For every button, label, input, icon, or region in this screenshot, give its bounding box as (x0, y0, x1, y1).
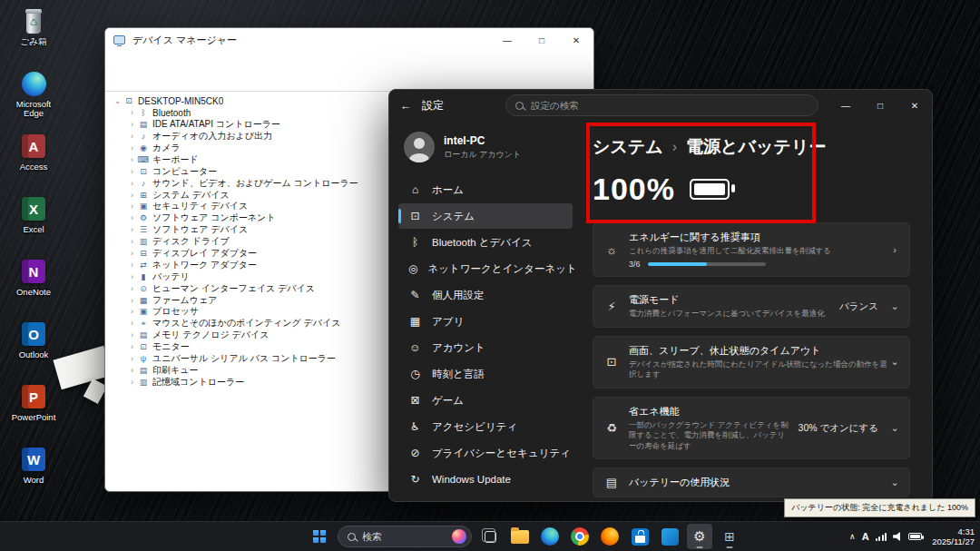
clock[interactable]: 4:31 2025/11/27 (932, 526, 975, 547)
settings-search-box[interactable] (505, 94, 818, 116)
desktop-icon-access[interactable]: A Access (5, 131, 62, 189)
expand-arrow-icon[interactable] (127, 202, 137, 211)
expand-arrow-icon[interactable] (127, 354, 137, 363)
desktop-icon-word[interactable]: W Word (5, 444, 62, 502)
desktop-icon-recycle-bin[interactable]: ♺ ごみ箱 (5, 5, 62, 64)
desktop-icon-edge[interactable]: Microsoft Edge (5, 68, 62, 126)
expand-arrow-icon[interactable] (127, 132, 137, 141)
taskbar-app[interactable] (627, 524, 652, 549)
maximize-button[interactable]: □ (524, 28, 559, 52)
accessibility-icon: ♿ (408, 420, 422, 433)
card-value[interactable]: 30% でオンにする (799, 422, 878, 435)
taskbar-app[interactable] (507, 524, 533, 549)
card-subtitle: 電力消費とパフォーマンスに基づいてデバイスを最適化 (629, 309, 832, 319)
hidden-icons-chevron-icon[interactable]: ∧ (849, 532, 856, 541)
breadcrumb-parent[interactable]: システム (593, 135, 663, 159)
expand-arrow-icon[interactable] (127, 284, 137, 293)
desktop-icon-column: ♺ ごみ箱 Microsoft Edge A Access X Excel N … (5, 5, 62, 507)
window-title: デバイス マネージャー (132, 34, 490, 47)
expand-arrow-icon[interactable] (127, 108, 137, 117)
expand-arrow-icon[interactable] (127, 330, 137, 339)
settings-nav-item[interactable]: ⊡ システム (398, 203, 573, 229)
taskbar-app[interactable]: ⊞ (717, 524, 742, 549)
collapse-arrow-icon[interactable] (113, 96, 122, 105)
expand-arrow-icon[interactable] (127, 143, 137, 153)
settings-nav-item[interactable]: ⊠ ゲーム (398, 388, 573, 413)
onenote-icon: N (22, 260, 45, 283)
print-queue-icon: ▤ (137, 366, 150, 375)
taskbar-search[interactable]: 検索 (338, 526, 472, 547)
expand-arrow-icon[interactable] (127, 225, 137, 234)
close-button[interactable]: ✕ (897, 90, 932, 121)
close-button[interactable]: ✕ (559, 28, 593, 52)
settings-card[interactable]: ☼ エネルギーに関する推奨事項 これらの推奨事項を適用して二酸化炭素排出量を削減… (593, 222, 910, 277)
desktop-icon-excel[interactable]: X Excel (5, 193, 62, 251)
settings-nav-item[interactable]: ⌂ ホーム (398, 177, 573, 202)
expand-arrow-icon[interactable] (127, 237, 137, 246)
expand-arrow-icon[interactable] (127, 378, 137, 387)
expand-arrow-icon[interactable] (127, 120, 137, 129)
taskbar-app[interactable] (477, 524, 503, 549)
taskbar-app[interactable] (657, 524, 682, 549)
expand-arrow-icon[interactable] (127, 213, 137, 222)
expand-arrow-icon[interactable] (127, 342, 137, 351)
device-category-label: ネットワーク アダプター (152, 259, 257, 271)
expand-arrow-icon[interactable] (127, 261, 137, 270)
minimize-button[interactable]: — (490, 28, 524, 52)
expand-arrow-icon[interactable] (127, 319, 137, 328)
battery-tray-icon[interactable] (908, 533, 922, 540)
device-manager-titlebar[interactable]: デバイス マネージャー — □ ✕ (105, 28, 593, 52)
settings-nav-item[interactable]: ☺ アカウント (398, 335, 573, 360)
volume-icon[interactable] (893, 532, 902, 541)
expand-arrow-icon[interactable] (127, 366, 137, 375)
expand-arrow-icon[interactable] (127, 179, 137, 188)
device-category-label: 記憶域コントローラー (152, 376, 244, 389)
expand-arrow-icon[interactable] (127, 167, 137, 176)
expand-arrow-icon[interactable] (127, 249, 137, 258)
expand-arrow-icon[interactable] (127, 307, 137, 316)
settings-nav-item[interactable]: ↻ Windows Update (398, 467, 573, 492)
taskbar-app[interactable] (597, 524, 622, 549)
desktop-icon-label: OneNote (16, 288, 51, 297)
sound-icon: ♪ (137, 179, 150, 188)
settings-card[interactable]: ♻ 省エネ機能 一部のバックグラウンド アクティビティを制限することで、電力消費… (593, 397, 910, 459)
start-button[interactable] (307, 524, 332, 549)
settings-search-input[interactable] (531, 100, 808, 111)
taskbar-app[interactable]: ⚙ (687, 524, 712, 549)
settings-nav-item[interactable]: ✎ 個人用設定 (398, 282, 573, 308)
settings-card[interactable]: ⊡ 画面、スリープ、休止状態のタイムアウト デバイスが指定された時間にわたりアイ… (593, 336, 910, 389)
settings-title: 設定 (422, 98, 444, 113)
breadcrumb-separator-icon: › (672, 139, 677, 155)
settings-nav-item[interactable]: ▦ アプリ (398, 309, 573, 334)
settings-nav-item[interactable]: ᛒ Bluetooth とデバイス (398, 230, 573, 255)
network-icon[interactable] (876, 532, 887, 541)
settings-nav-item[interactable]: ⊘ プライバシーとセキュリティ (398, 440, 573, 466)
desktop-icon-onenote[interactable]: N OneNote (5, 256, 62, 314)
expand-arrow-icon[interactable] (127, 191, 137, 200)
settings-titlebar[interactable]: ← 設定 — □ ✕ (389, 90, 932, 121)
ime-indicator[interactable]: A (862, 531, 869, 542)
nav-label: ホーム (432, 183, 464, 197)
settings-nav-item[interactable]: ◎ ネットワークとインターネット (398, 256, 573, 281)
search-icon (348, 533, 356, 541)
taskbar-app[interactable] (537, 524, 563, 549)
settings-card[interactable]: ▤ バッテリーの使用状況 ⌄ (593, 467, 910, 497)
expand-arrow-icon[interactable] (127, 272, 137, 281)
minimize-button[interactable]: — (828, 90, 863, 121)
desktop-icon-powerpoint[interactable]: P PowerPoint (5, 381, 62, 439)
taskbar-app[interactable] (567, 524, 593, 549)
settings-main: システム › 電源とバッテリー 100% ☼ エネルギーに関する推奨事項 これら… (582, 121, 932, 501)
power-mode-icon: ⚡ (603, 300, 621, 313)
settings-card[interactable]: ⚡ 電源モード 電力消費とパフォーマンスに基づいてデバイスを最適化 バランス ⌄ (593, 285, 910, 327)
expand-arrow-icon[interactable] (127, 155, 137, 164)
gaming-icon: ⊠ (408, 394, 422, 407)
settings-nav-item[interactable]: ♿ アクセシビリティ (398, 414, 573, 439)
maximize-button[interactable]: □ (863, 90, 897, 121)
desktop-icon-outlook[interactable]: O Outlook (5, 319, 62, 377)
settings-nav-item[interactable]: ◷ 時刻と言語 (398, 361, 573, 387)
back-button[interactable]: ← (389, 99, 422, 113)
card-value[interactable]: バランス (839, 300, 878, 313)
progress-bar (648, 262, 766, 266)
account-row[interactable]: intel-PC ローカル アカウント (404, 132, 569, 162)
expand-arrow-icon[interactable] (127, 296, 137, 305)
